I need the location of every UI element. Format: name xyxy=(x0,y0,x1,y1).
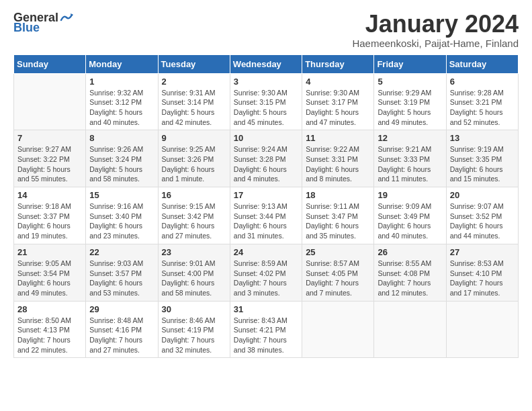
day-info: Sunrise: 9:15 AMSunset: 3:42 PMDaylight:… xyxy=(162,201,226,241)
calendar-cell: 12Sunrise: 9:21 AMSunset: 3:33 PMDayligh… xyxy=(374,130,446,187)
day-info: Sunrise: 9:18 AMSunset: 3:37 PMDaylight:… xyxy=(17,201,82,241)
day-number: 27 xyxy=(450,247,515,257)
calendar-cell: 27Sunrise: 8:53 AMSunset: 4:10 PMDayligh… xyxy=(446,244,518,301)
day-number: 26 xyxy=(378,247,442,257)
day-number: 5 xyxy=(378,77,442,87)
day-number: 6 xyxy=(450,77,515,87)
day-number: 25 xyxy=(306,247,370,257)
calendar-cell: 9Sunrise: 9:25 AMSunset: 3:26 PMDaylight… xyxy=(158,130,230,187)
calendar-week-row: 28Sunrise: 8:50 AMSunset: 4:13 PMDayligh… xyxy=(14,301,519,358)
calendar-cell: 23Sunrise: 9:01 AMSunset: 4:00 PMDayligh… xyxy=(158,244,230,301)
day-info: Sunrise: 9:24 AMSunset: 3:28 PMDaylight:… xyxy=(234,144,298,184)
col-header-saturday: Saturday xyxy=(446,54,518,73)
logo-blue-text: Blue xyxy=(13,21,40,35)
calendar-cell: 7Sunrise: 9:27 AMSunset: 3:22 PMDaylight… xyxy=(14,130,86,187)
day-info: Sunrise: 8:50 AMSunset: 4:13 PMDaylight:… xyxy=(17,316,82,355)
col-header-wednesday: Wednesday xyxy=(230,54,302,73)
calendar-cell: 18Sunrise: 9:11 AMSunset: 3:47 PMDayligh… xyxy=(302,187,374,244)
calendar-cell: 25Sunrise: 8:57 AMSunset: 4:05 PMDayligh… xyxy=(302,244,374,301)
day-info: Sunrise: 8:55 AMSunset: 4:08 PMDaylight:… xyxy=(378,259,442,298)
day-info: Sunrise: 9:22 AMSunset: 3:31 PMDaylight:… xyxy=(306,144,370,184)
calendar-title: January 2024 xyxy=(352,11,519,38)
day-number: 18 xyxy=(306,190,370,200)
day-number: 9 xyxy=(162,133,226,143)
calendar-cell: 11Sunrise: 9:22 AMSunset: 3:31 PMDayligh… xyxy=(302,130,374,187)
col-header-sunday: Sunday xyxy=(14,54,86,73)
day-info: Sunrise: 9:21 AMSunset: 3:33 PMDaylight:… xyxy=(378,144,442,184)
day-info: Sunrise: 9:30 AMSunset: 3:17 PMDaylight:… xyxy=(306,88,370,128)
calendar-cell: 16Sunrise: 9:15 AMSunset: 3:42 PMDayligh… xyxy=(158,187,230,244)
calendar-cell: 5Sunrise: 9:29 AMSunset: 3:19 PMDaylight… xyxy=(374,73,446,130)
calendar-cell xyxy=(446,301,518,358)
calendar-cell: 17Sunrise: 9:13 AMSunset: 3:44 PMDayligh… xyxy=(230,187,302,244)
day-number: 24 xyxy=(234,247,298,257)
calendar-cell: 29Sunrise: 8:48 AMSunset: 4:16 PMDayligh… xyxy=(86,301,158,358)
day-number: 15 xyxy=(89,190,154,200)
calendar-cell: 6Sunrise: 9:28 AMSunset: 3:21 PMDaylight… xyxy=(446,73,518,130)
col-header-monday: Monday xyxy=(86,54,158,73)
day-number: 16 xyxy=(162,190,226,200)
calendar-cell: 22Sunrise: 9:03 AMSunset: 3:57 PMDayligh… xyxy=(86,244,158,301)
calendar-cell: 21Sunrise: 9:05 AMSunset: 3:54 PMDayligh… xyxy=(14,244,86,301)
day-number: 21 xyxy=(17,247,82,257)
calendar-cell: 13Sunrise: 9:19 AMSunset: 3:35 PMDayligh… xyxy=(446,130,518,187)
day-number: 20 xyxy=(450,190,515,200)
day-info: Sunrise: 9:01 AMSunset: 4:00 PMDaylight:… xyxy=(162,259,226,298)
day-number: 13 xyxy=(450,133,515,143)
calendar-cell: 3Sunrise: 9:30 AMSunset: 3:15 PMDaylight… xyxy=(230,73,302,130)
day-number: 12 xyxy=(378,133,442,143)
calendar-cell: 15Sunrise: 9:16 AMSunset: 3:40 PMDayligh… xyxy=(86,187,158,244)
day-info: Sunrise: 8:57 AMSunset: 4:05 PMDaylight:… xyxy=(306,259,370,298)
col-header-tuesday: Tuesday xyxy=(158,54,230,73)
day-number: 29 xyxy=(89,304,154,314)
logo: General Blue xyxy=(13,11,73,35)
day-info: Sunrise: 8:59 AMSunset: 4:02 PMDaylight:… xyxy=(234,259,298,298)
day-info: Sunrise: 9:32 AMSunset: 3:12 PMDaylight:… xyxy=(89,88,154,128)
day-number: 31 xyxy=(234,304,298,314)
day-info: Sunrise: 9:28 AMSunset: 3:21 PMDaylight:… xyxy=(450,88,515,128)
day-number: 4 xyxy=(306,77,370,87)
calendar-cell: 31Sunrise: 8:43 AMSunset: 4:21 PMDayligh… xyxy=(230,301,302,358)
calendar-cell: 24Sunrise: 8:59 AMSunset: 4:02 PMDayligh… xyxy=(230,244,302,301)
calendar-cell: 4Sunrise: 9:30 AMSunset: 3:17 PMDaylight… xyxy=(302,73,374,130)
day-number: 10 xyxy=(234,133,298,143)
calendar-cell: 19Sunrise: 9:09 AMSunset: 3:49 PMDayligh… xyxy=(374,187,446,244)
calendar-cell: 14Sunrise: 9:18 AMSunset: 3:37 PMDayligh… xyxy=(14,187,86,244)
title-block: January 2024 Haemeenkoski, Paijat-Hame, … xyxy=(352,11,519,49)
calendar-week-row: 14Sunrise: 9:18 AMSunset: 3:37 PMDayligh… xyxy=(14,187,519,244)
calendar-cell xyxy=(302,301,374,358)
day-number: 19 xyxy=(378,190,442,200)
day-info: Sunrise: 8:46 AMSunset: 4:19 PMDaylight:… xyxy=(162,316,226,355)
day-info: Sunrise: 8:43 AMSunset: 4:21 PMDaylight:… xyxy=(234,316,298,355)
calendar-week-row: 7Sunrise: 9:27 AMSunset: 3:22 PMDaylight… xyxy=(14,130,519,187)
day-info: Sunrise: 8:48 AMSunset: 4:16 PMDaylight:… xyxy=(89,316,154,355)
col-header-friday: Friday xyxy=(374,54,446,73)
calendar-cell: 30Sunrise: 8:46 AMSunset: 4:19 PMDayligh… xyxy=(158,301,230,358)
day-number: 17 xyxy=(234,190,298,200)
day-info: Sunrise: 9:13 AMSunset: 3:44 PMDaylight:… xyxy=(234,201,298,241)
day-number: 28 xyxy=(17,304,82,314)
calendar-cell: 10Sunrise: 9:24 AMSunset: 3:28 PMDayligh… xyxy=(230,130,302,187)
day-info: Sunrise: 9:07 AMSunset: 3:52 PMDaylight:… xyxy=(450,201,515,241)
calendar-week-row: 21Sunrise: 9:05 AMSunset: 3:54 PMDayligh… xyxy=(14,244,519,301)
day-info: Sunrise: 9:11 AMSunset: 3:47 PMDaylight:… xyxy=(306,201,370,241)
day-number: 30 xyxy=(162,304,226,314)
day-info: Sunrise: 9:29 AMSunset: 3:19 PMDaylight:… xyxy=(378,88,442,128)
day-number: 3 xyxy=(234,77,298,87)
day-info: Sunrise: 9:27 AMSunset: 3:22 PMDaylight:… xyxy=(17,144,82,184)
day-info: Sunrise: 9:31 AMSunset: 3:14 PMDaylight:… xyxy=(162,88,226,128)
calendar-header-row: SundayMondayTuesdayWednesdayThursdayFrid… xyxy=(14,54,519,73)
calendar-cell xyxy=(14,73,86,130)
day-info: Sunrise: 9:26 AMSunset: 3:24 PMDaylight:… xyxy=(89,144,154,184)
day-info: Sunrise: 9:16 AMSunset: 3:40 PMDaylight:… xyxy=(89,201,154,241)
calendar-cell: 1Sunrise: 9:32 AMSunset: 3:12 PMDaylight… xyxy=(86,73,158,130)
day-info: Sunrise: 9:30 AMSunset: 3:15 PMDaylight:… xyxy=(234,88,298,128)
calendar-cell: 8Sunrise: 9:26 AMSunset: 3:24 PMDaylight… xyxy=(86,130,158,187)
day-info: Sunrise: 8:53 AMSunset: 4:10 PMDaylight:… xyxy=(450,259,515,298)
day-number: 14 xyxy=(17,190,82,200)
header: General Blue January 2024 Haemeenkoski, … xyxy=(13,11,519,49)
day-info: Sunrise: 9:19 AMSunset: 3:35 PMDaylight:… xyxy=(450,144,515,184)
day-number: 2 xyxy=(162,77,226,87)
day-info: Sunrise: 9:09 AMSunset: 3:49 PMDaylight:… xyxy=(378,201,442,241)
calendar-cell: 26Sunrise: 8:55 AMSunset: 4:08 PMDayligh… xyxy=(374,244,446,301)
